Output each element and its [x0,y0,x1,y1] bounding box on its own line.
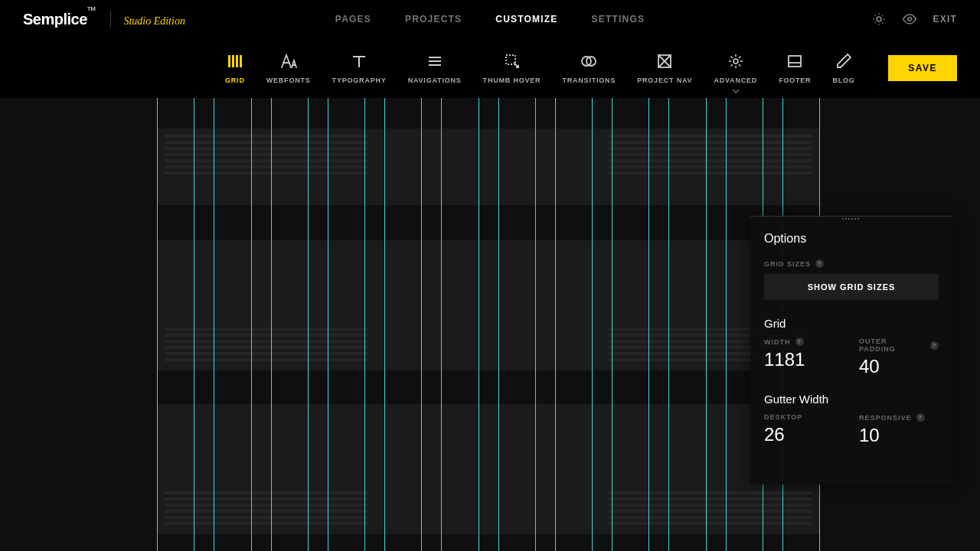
svg-line-28 [730,64,732,66]
help-icon[interactable]: ? [795,337,804,346]
svg-line-3 [874,15,875,16]
svg-line-26 [730,57,732,58]
tool-webfonts[interactable]: WEBFONTS [256,52,322,84]
brightness-icon[interactable] [872,12,886,26]
thumb-hover-icon [503,52,521,70]
nav-settings[interactable]: SETTINGS [592,14,645,24]
footer-icon [786,52,804,70]
svg-rect-13 [240,55,242,67]
svg-rect-30 [789,56,801,67]
tool-typography[interactable]: TYPOGRAPHY [322,52,397,84]
tool-list: GRID WEBFONTS TYPOGRAPHY NAVIGATIONS THU… [214,52,866,84]
svg-point-0 [877,17,881,21]
transitions-icon [580,52,598,70]
row-block [157,404,819,534]
tool-footer[interactable]: FOOTER [768,52,822,84]
show-grid-sizes-button[interactable]: SHOW GRID SIZES [764,274,939,300]
outer-padding-label: OUTER PADDING ? [859,337,939,353]
gutter-heading: Gutter Width [764,393,939,406]
edition-label: Studio Edition [123,15,185,28]
svg-line-4 [882,22,883,23]
main-nav: PAGES PROJECTS CUSTOMIZE SETTINGS [335,14,645,24]
tool-navigations[interactable]: NAVIGATIONS [397,52,472,84]
svg-point-21 [733,59,738,64]
width-field: WIDTH ? [764,337,844,377]
help-icon[interactable]: ? [916,413,925,422]
svg-rect-12 [236,55,238,67]
responsive-input[interactable] [859,425,939,446]
project-nav-icon [655,52,674,70]
tool-project-nav[interactable]: PROJECT NAV [626,52,703,84]
row-block [157,129,819,205]
tool-label: TRANSITIONS [562,77,616,84]
tool-thumb-hover[interactable]: THUMB HOVER [472,52,552,84]
grid-icon [226,52,244,70]
help-icon[interactable]: ? [815,259,824,268]
panel-section-grid-sizes: GRID SIZES ? SHOW GRID SIZES Grid WIDTH … [750,259,952,446]
tool-label: PROJECT NAV [637,77,692,84]
desktop-input[interactable] [764,424,844,445]
svg-rect-11 [232,55,234,67]
panel-title: Options [750,221,952,259]
svg-line-29 [739,57,740,58]
tool-label: WEBFONTS [266,77,311,84]
responsive-field: RESPONSIVE ? [859,413,939,446]
typography-icon [350,52,368,70]
blog-icon [835,52,853,70]
tool-label: GRID [225,77,245,84]
logo-divider [110,11,111,28]
tool-label: THUMB HOVER [483,77,541,84]
responsive-label: RESPONSIVE ? [859,413,939,422]
outer-padding-field: OUTER PADDING ? [859,337,939,377]
tool-label: FOOTER [779,77,811,84]
header-right: EXIT [872,12,957,26]
svg-point-9 [907,18,911,21]
svg-line-7 [874,22,875,23]
outer-padding-input[interactable] [859,356,939,377]
tool-label: TYPOGRAPHY [332,77,387,84]
exit-link[interactable]: EXIT [933,14,957,24]
width-input[interactable] [764,349,844,370]
tool-label: BLOG [832,77,854,84]
desktop-field: DESKTOP [764,413,844,446]
logo: SempliceTM [23,11,95,28]
options-panel: Options GRID SIZES ? SHOW GRID SIZES Gri… [750,216,952,484]
row-block [157,240,819,370]
webfonts-icon [279,52,298,70]
tool-grid[interactable]: GRID [214,52,256,84]
help-icon[interactable]: ? [930,341,939,350]
grid-sizes-label: GRID SIZES ? [764,259,939,268]
canvas-inner [157,98,819,551]
chevron-down-icon [732,89,740,93]
tool-blog[interactable]: BLOG [822,52,865,84]
tool-advanced[interactable]: ADVANCED [703,52,768,84]
nav-customize[interactable]: CUSTOMIZE [495,14,557,24]
nav-pages[interactable]: PAGES [335,14,371,24]
width-label: WIDTH ? [764,337,844,346]
logo-group: SempliceTM Studio Edition [23,11,185,28]
preview-icon[interactable] [903,12,916,26]
tool-label: ADVANCED [714,77,757,84]
tool-transitions[interactable]: TRANSITIONS [551,52,626,84]
svg-line-8 [882,15,883,16]
advanced-icon [727,52,745,70]
nav-projects[interactable]: PROJECTS [405,14,462,24]
svg-rect-10 [228,55,230,67]
save-button[interactable]: SAVE [888,55,957,81]
tool-label: NAVIGATIONS [408,77,462,84]
desktop-label: DESKTOP [764,413,844,421]
navigations-icon [426,52,444,70]
customize-toolbar: GRID WEBFONTS TYPOGRAPHY NAVIGATIONS THU… [0,38,980,98]
app-header: SempliceTM Studio Edition PAGES PROJECTS… [0,0,980,38]
grid-heading: Grid [764,317,939,330]
svg-line-27 [739,64,740,66]
